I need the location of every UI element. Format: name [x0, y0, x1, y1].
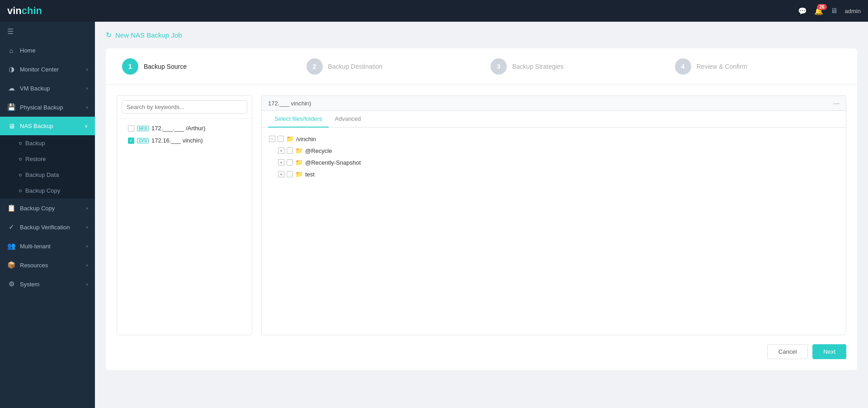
- page-title: New NAS Backup Job: [115, 31, 182, 39]
- sidebar-item-resources[interactable]: 📦 Resources ›: [0, 256, 95, 275]
- two-pane: NFS 172.___.___ /Arthur) CFS 172.16.___ …: [117, 95, 846, 335]
- folder-icon-vinchin: 📁: [286, 135, 294, 142]
- step-circle-4: 4: [675, 58, 691, 75]
- sidebar-label-physical-backup: Physical Backup: [20, 104, 63, 111]
- nas-backup-icon: 🖥: [7, 122, 15, 130]
- message-icon[interactable]: 💬: [798, 7, 807, 15]
- navbar-right: 💬 🔔 26 🖥 admin: [798, 7, 861, 15]
- backup-verification-icon: ✓: [7, 223, 15, 231]
- sidebar-subitem-backup-copy[interactable]: Backup Copy: [0, 183, 95, 199]
- expand-recycle[interactable]: +: [278, 147, 284, 154]
- ft-checkbox-vinchin[interactable]: [278, 136, 284, 142]
- step-circle-2: 2: [307, 58, 323, 75]
- monitor-icon[interactable]: 🖥: [830, 7, 838, 15]
- tree-item-1[interactable]: NFS 172.___.___ /Arthur): [117, 122, 252, 134]
- sidebar-subitem-backup[interactable]: Backup: [0, 135, 95, 151]
- step-label-2: Backup Destination: [328, 63, 383, 70]
- sidebar-label-backup-verification: Backup Verification: [20, 224, 70, 231]
- subitem-label-backup: Backup: [25, 140, 45, 147]
- sidebar-subitem-restore[interactable]: Restore: [0, 151, 95, 167]
- subitem-label-backup-copy: Backup Copy: [25, 187, 60, 194]
- layout: ☰ ⌂ Home ◑ Monitor Center › ☁ VM Backup …: [0, 22, 868, 408]
- subitem-dot-restore: [19, 158, 22, 161]
- physical-backup-arrow: ›: [86, 105, 88, 110]
- refresh-icon: ↻: [106, 31, 112, 39]
- badge-cfs: CFS: [137, 138, 149, 143]
- bottom-nav: Cancel Next: [117, 344, 846, 359]
- folder-icon-recently-snapshot: 📁: [295, 159, 303, 166]
- right-pane-header-text: 172.___ vinchin): [268, 100, 311, 107]
- file-tree-recently-snapshot[interactable]: + 📁 @Recently-Snapshot: [269, 157, 839, 168]
- page-header: ↻ New NAS Backup Job: [106, 31, 857, 39]
- right-pane-header: 172.___ vinchin) —: [262, 96, 846, 111]
- file-tree-recycle[interactable]: + 📁 @Recycle: [269, 145, 839, 157]
- sidebar-item-backup-verification[interactable]: ✓ Backup Verification ›: [0, 218, 95, 237]
- sidebar-item-backup-copy[interactable]: 📋 Backup Copy ›: [0, 199, 95, 218]
- expand-recently-snapshot[interactable]: +: [278, 159, 284, 166]
- file-tree-test[interactable]: + 📁 test: [269, 168, 839, 180]
- ft-label-test: test: [305, 171, 315, 178]
- ft-checkbox-recently-snapshot[interactable]: [287, 159, 293, 166]
- ft-checkbox-recycle[interactable]: [287, 147, 293, 154]
- navbar: vinchin 💬 🔔 26 🖥 admin: [0, 0, 868, 22]
- sidebar-label-system: System: [20, 281, 39, 288]
- sidebar-item-physical-backup[interactable]: 💾 Physical Backup ›: [0, 98, 95, 117]
- sidebar-item-nas-backup[interactable]: 🖥 NAS Backup ∨: [0, 117, 95, 135]
- sidebar-label-monitor-center: Monitor Center: [20, 66, 59, 73]
- expand-vinchin[interactable]: −: [269, 136, 275, 142]
- main-content: ↻ New NAS Backup Job 1 Backup Source 2 B…: [95, 22, 868, 408]
- sidebar-label-vm-backup: VM Backup: [20, 85, 50, 92]
- nas-backup-arrow: ∨: [85, 123, 88, 128]
- admin-menu[interactable]: admin: [845, 8, 861, 14]
- wizard-step-4: 4 Review & Confirm: [670, 58, 847, 75]
- file-tree: − 📁 /vinchin + 📁 @Recycle: [262, 128, 846, 335]
- cancel-button[interactable]: Cancel: [767, 344, 808, 359]
- menu-toggle[interactable]: ☰: [0, 22, 95, 41]
- search-input[interactable]: [122, 100, 247, 114]
- subitem-dot-backup-data: [19, 174, 22, 176]
- next-button[interactable]: Next: [812, 344, 846, 359]
- backup-verification-arrow: ›: [86, 225, 88, 230]
- folder-icon-test: 📁: [295, 171, 303, 178]
- subitem-dot: [19, 142, 22, 145]
- sidebar-label-multi-tenant: Multi-tenant: [20, 243, 51, 250]
- subitem-dot-backup-copy: [19, 190, 22, 192]
- sidebar-item-multi-tenant[interactable]: 👥 Multi-tenant ›: [0, 237, 95, 256]
- folder-icon-recycle: 📁: [295, 147, 303, 154]
- sidebar-label-home: Home: [20, 47, 36, 54]
- expand-test[interactable]: +: [278, 171, 284, 177]
- checkbox-2[interactable]: [128, 138, 134, 144]
- vm-backup-icon: ☁: [7, 84, 15, 92]
- tab-select-files[interactable]: Select files/folders: [268, 111, 329, 128]
- sidebar-label-nas-backup: NAS Backup: [20, 123, 53, 129]
- sidebar-label-resources: Resources: [20, 262, 48, 269]
- tree-label-1: 172.___.___ /Arthur): [151, 125, 205, 132]
- sidebar-item-vm-backup[interactable]: ☁ VM Backup ›: [0, 79, 95, 98]
- resources-icon: 📦: [7, 261, 15, 269]
- wizard-step-2: 2 Backup Destination: [301, 58, 478, 75]
- ft-checkbox-test[interactable]: [287, 171, 293, 177]
- tab-label-select-files: Select files/folders: [274, 115, 322, 122]
- sidebar-item-home[interactable]: ⌂ Home: [0, 41, 95, 60]
- step-num-2: 2: [312, 62, 316, 70]
- monitor-center-arrow: ›: [86, 67, 88, 72]
- sidebar-subitem-backup-data[interactable]: Backup Data: [0, 167, 95, 183]
- multi-tenant-icon: 👥: [7, 242, 15, 250]
- tree-item-2[interactable]: CFS 172.16.___ vinchin): [117, 134, 252, 147]
- sidebar-item-system[interactable]: ⚙ System ›: [0, 275, 95, 294]
- monitor-center-icon: ◑: [7, 65, 15, 73]
- tab-advanced[interactable]: Advanced: [329, 111, 368, 128]
- checkbox-1[interactable]: [128, 125, 134, 132]
- ft-label-recycle: @Recycle: [305, 147, 332, 154]
- logo: vinchin: [7, 5, 42, 17]
- backup-copy-icon: 📋: [7, 204, 15, 212]
- search-wrap: [117, 96, 252, 119]
- file-tree-vinchin[interactable]: − 📁 /vinchin: [269, 133, 839, 145]
- ft-label-vinchin: /vinchin: [296, 136, 316, 142]
- collapse-button[interactable]: —: [833, 100, 840, 107]
- resources-arrow: ›: [86, 263, 88, 268]
- system-icon: ⚙: [7, 280, 15, 288]
- home-icon: ⌂: [7, 47, 15, 54]
- sidebar-item-monitor-center[interactable]: ◑ Monitor Center ›: [0, 60, 95, 79]
- vm-backup-arrow: ›: [86, 86, 88, 91]
